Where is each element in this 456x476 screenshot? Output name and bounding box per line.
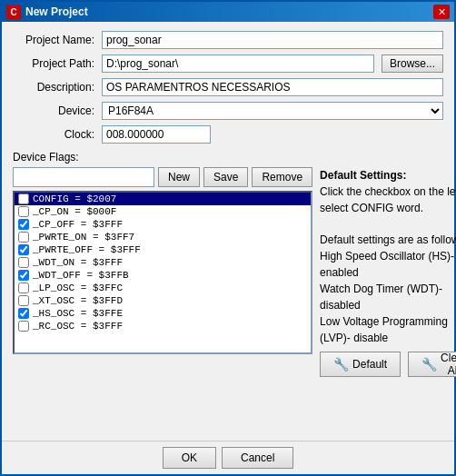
flag-item[interactable]: _CP_OFF = $3FFF: [15, 218, 311, 231]
lvp-info-line: Low Voltage Programming (LVP)- disable: [320, 313, 456, 346]
flag-label: _LP_OSC = $3FFC: [33, 283, 123, 293]
new-project-dialog: C New Project ✕ Project Name: Project Pa…: [0, 0, 456, 476]
clear-icon: 🔧: [421, 357, 437, 372]
device-flags-section: Device Flags: New Save Remove CONFIG: [13, 151, 443, 377]
default-button[interactable]: 🔧 Default: [320, 352, 401, 377]
flags-toolbar: New Save Remove: [13, 167, 312, 187]
dialog-footer: OK Cancel: [2, 441, 454, 474]
flag-checkbox[interactable]: [18, 219, 29, 230]
description-label: Description:: [13, 81, 94, 94]
flag-checkbox[interactable]: [18, 295, 29, 306]
flag-label: _PWRTE_OFF = $3FFF: [33, 244, 141, 255]
default-settings-desc: Click the checkbox on the left to select…: [320, 183, 456, 216]
flags-info-panel: Default Settings: Click the checkbox on …: [320, 167, 456, 377]
new-button[interactable]: New: [158, 167, 200, 187]
flag-label: _WDT_ON = $3FFF: [33, 257, 123, 268]
flag-checkbox[interactable]: [18, 244, 29, 255]
flag-item[interactable]: _RC_OSC = $3FFF: [15, 320, 311, 332]
default-btn-label: Default: [352, 358, 387, 371]
description-row: Description:: [13, 78, 443, 96]
flag-checkbox[interactable]: [18, 270, 29, 281]
close-button[interactable]: ✕: [433, 5, 450, 19]
title-bar: C New Project ✕: [2, 2, 454, 22]
flag-checkbox[interactable]: [18, 283, 29, 293]
cancel-button[interactable]: Cancel: [222, 447, 293, 469]
flags-left-panel: New Save Remove CONFIG = $2007_CP_ON = $…: [13, 167, 312, 377]
browse-button[interactable]: Browse...: [382, 55, 443, 73]
clock-input[interactable]: [102, 125, 211, 144]
default-settings-title: Default Settings:: [320, 167, 456, 183]
device-label: Device:: [13, 104, 94, 117]
flags-combo-input[interactable]: [13, 167, 154, 187]
flags-body: New Save Remove CONFIG = $2007_CP_ON = $…: [13, 167, 443, 377]
app-icon: C: [6, 5, 21, 19]
flag-item[interactable]: _LP_OSC = $3FFC: [15, 282, 311, 294]
description-input[interactable]: [102, 78, 443, 96]
flag-label: _CP_ON = $000F: [33, 206, 116, 217]
hs-info-line: High Speed Oscillator (HS)- enabled: [320, 248, 456, 281]
flag-item[interactable]: _WDT_ON = $3FFF: [15, 256, 311, 269]
flag-checkbox[interactable]: [18, 257, 29, 268]
flag-item[interactable]: _PWRTE_ON = $3FF7: [15, 231, 311, 243]
clear-all-button[interactable]: 🔧 Clear All: [408, 352, 456, 377]
clear-all-btn-label: Clear All: [441, 352, 456, 377]
device-select[interactable]: P16F84A: [102, 102, 443, 120]
flag-label: CONFIG = $2007: [33, 193, 116, 204]
remove-button[interactable]: Remove: [252, 167, 312, 187]
flag-checkbox[interactable]: [18, 321, 29, 332]
flag-label: _RC_OSC = $3FFF: [33, 321, 123, 332]
flag-item[interactable]: CONFIG = $2007: [15, 193, 311, 205]
flag-label: _HS_OSC = $3FFE: [33, 308, 123, 319]
clock-label: Clock:: [13, 128, 94, 141]
flag-label: _CP_OFF = $3FFF: [33, 219, 123, 230]
project-path-input[interactable]: [102, 55, 374, 73]
flag-item[interactable]: _WDT_OFF = $3FFB: [15, 269, 311, 282]
project-name-input[interactable]: [102, 31, 443, 49]
flag-item[interactable]: _HS_OSC = $3FFE: [15, 307, 311, 320]
flag-label: _WDT_OFF = $3FFB: [33, 270, 129, 281]
project-name-row: Project Name:: [13, 31, 443, 49]
ok-button[interactable]: OK: [163, 447, 216, 469]
flag-checkbox[interactable]: [18, 232, 29, 243]
flag-checkbox[interactable]: [18, 206, 29, 217]
clock-row: Clock:: [13, 125, 443, 144]
project-path-row: Project Path: Browse...: [13, 55, 443, 73]
flags-action-buttons: 🔧 Default 🔧 Clear All: [320, 352, 456, 377]
dialog-content: Project Name: Project Path: Browse... De…: [2, 22, 454, 441]
flag-item[interactable]: _XT_OSC = $3FFD: [15, 294, 311, 307]
flags-list[interactable]: CONFIG = $2007_CP_ON = $000F_CP_OFF = $3…: [13, 191, 312, 354]
default-icon: 🔧: [333, 357, 349, 372]
flag-label: _XT_OSC = $3FFD: [33, 295, 123, 306]
flag-item[interactable]: _CP_ON = $000F: [15, 205, 311, 218]
title-bar-left: C New Project: [6, 5, 88, 19]
project-name-label: Project Name:: [13, 34, 94, 46]
project-path-label: Project Path:: [13, 57, 94, 70]
flags-info-text: Default Settings: Click the checkbox on …: [320, 167, 456, 346]
device-row: Device: P16F84A: [13, 102, 443, 120]
flag-checkbox[interactable]: [18, 308, 29, 319]
flag-item[interactable]: _PWRTE_OFF = $3FFF: [15, 243, 311, 256]
defaults-label: Default settings are as follows:: [320, 232, 456, 248]
window-title: New Project: [25, 5, 88, 18]
wdt-info-line: Watch Dog Timer (WDT)- disabled: [320, 281, 456, 313]
device-flags-label: Device Flags:: [13, 151, 443, 164]
save-button[interactable]: Save: [203, 167, 248, 187]
flag-checkbox[interactable]: [18, 193, 29, 204]
flag-label: _PWRTE_ON = $3FF7: [33, 232, 134, 243]
